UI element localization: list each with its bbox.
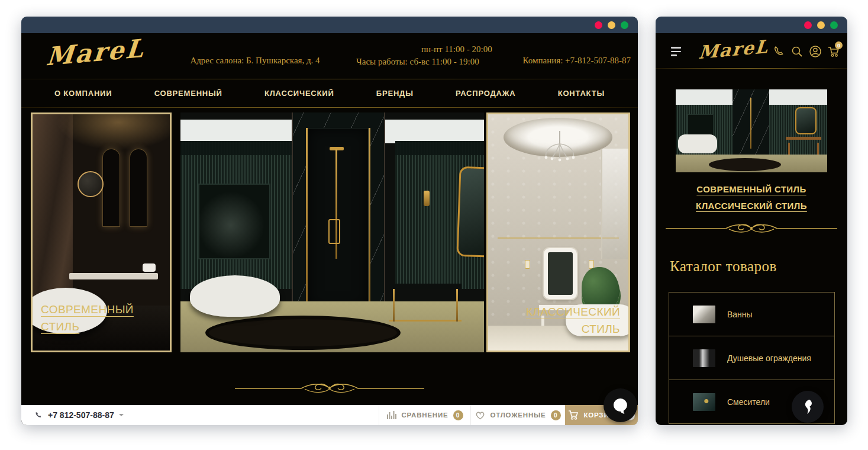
account-icon[interactable] [809,45,822,58]
chandelier-icon [540,131,579,165]
nav-item-about[interactable]: О КОМПАНИИ [54,89,112,98]
catalog-title: Каталог товаров [670,258,777,275]
console-table-shape [389,284,462,322]
company-phone: Компания: +7-812-507-88-87 [523,56,631,66]
bottom-toolbar: +7 812-507-88-87 СРАВНЕНИЕ 0 [21,405,638,425]
vanity-counter-shape [69,273,158,279]
style-links: СОВРЕМЕННЫЙ СТИЛЬ КЛАССИЧЕСКИЙ СТИЛЬ [656,181,847,214]
mobile-browser-window: MareL [656,17,847,425]
nav-item-modern[interactable]: СОВРЕМЕННЫЙ [154,89,222,98]
nav-item-classic[interactable]: КЛАССИЧЕСКИЙ [264,89,334,98]
ornamental-divider [666,221,837,236]
maximize-window-button[interactable] [621,21,628,29]
footer-phone-number[interactable]: +7 812-507-88-87 [48,410,114,420]
gold-sconce-shape [424,191,430,206]
wishlist-count-badge: 0 [551,410,561,420]
hero-banners: СОВРЕМЕННЫЙ СТИЛЬ [21,112,638,352]
lit-niche-shape [130,149,147,227]
wishlist-button[interactable]: ОТЛОЖЕННЫЕ 0 [470,405,565,425]
nav-item-sale[interactable]: РАСПРОДАЖА [456,89,516,98]
nav-item-contacts[interactable]: КОНТАКТЫ [558,89,605,98]
window-controls [804,21,838,29]
table-leg-shape [456,289,458,322]
shower-pipe-shape [750,98,751,149]
classic-style-link[interactable]: КЛАССИЧЕСКИЙ СТИЛЬ [517,304,620,338]
close-window-button[interactable] [595,21,602,29]
chat-widget-button[interactable] [604,388,637,422]
center-showroom-image [180,112,484,352]
modern-style-link[interactable]: СОВРЕМЕННЫЙ СТИЛЬ [41,301,156,335]
flourish-icon [666,221,837,236]
gold-trim-shape [369,128,370,309]
phone-icon[interactable] [772,45,785,58]
category-label: Смесители [727,397,770,407]
nav-divider [21,107,638,108]
ceiling-glow-shape [56,112,172,150]
close-window-button[interactable] [804,21,812,29]
classic-style-link[interactable]: КЛАССИЧЕСКИЙ СТИЛЬ [656,198,847,214]
gold-trim-shape [306,128,308,309]
shower-door-shape [307,128,369,309]
gold-mirror-shape [795,107,817,134]
mobile-site: MareL [656,33,847,425]
catalog-item-shower-enclosures[interactable]: Душевые ограждения [669,336,835,380]
hamburger-menu-icon[interactable] [671,47,681,59]
towel-shape [143,263,156,272]
table-leg-shape [393,289,395,322]
frieze-band-shape [180,141,293,155]
compare-label: СРАВНЕНИЕ [402,412,448,419]
chat-curl-icon [802,399,813,414]
ornamental-divider [235,381,424,396]
modern-style-link[interactable]: СОВРЕМЕННЫЙ СТИЛЬ [656,181,847,198]
catalog-item-baths[interactable]: Ванны [669,292,835,336]
hours-weekdays: пн-пт 11:00 - 20:00 [421,43,492,56]
cart-count-badge: 0 [835,41,843,49]
maximize-window-button[interactable] [830,21,838,29]
ornate-mirror-shape [544,248,577,299]
gold-mirror-shape [456,166,484,258]
wall-sconce-shape [525,260,530,269]
showroom-image [676,89,827,172]
compare-button[interactable]: СРАВНЕНИЕ 0 [379,405,470,425]
site-logo[interactable]: MareL [45,33,146,71]
flourish-icon [235,381,424,396]
chat-bubble-icon [612,397,630,414]
phone-icon [34,411,43,420]
compare-count-badge: 0 [453,410,463,420]
working-hours: пн-пт 11:00 - 20:00 Часы работы: сб-вс 1… [356,43,492,68]
category-label: Ванны [727,310,753,319]
desktop-site: MareL Адрес салона: Б. Пушкарская, д. 4 … [21,33,638,425]
modern-style-banner[interactable]: СОВРЕМЕННЫЙ СТИЛЬ [31,112,172,352]
wall-artwork-shape [198,184,270,259]
header-divider [656,68,847,69]
cart-icon [568,410,579,420]
hours-weekend: Часы работы: сб-вс 11:00 - 19:00 [356,56,492,68]
chat-widget-button[interactable] [792,391,824,423]
shower-valve-shape [328,219,340,244]
shower-glass-shape [601,149,628,259]
screenshot-stage: MareL Адрес салона: Б. Пушкарская, д. 4 … [0,0,868,450]
bathtub-shape [190,275,280,317]
category-thumbnail [693,306,715,323]
mobile-header: MareL [656,33,847,69]
mobile-titlebar[interactable] [656,17,847,33]
desktop-titlebar[interactable] [21,17,638,33]
nav-item-brands[interactable]: БРЕНДЫ [376,89,414,98]
frieze-band-shape [395,141,484,155]
chevron-down-icon [119,414,124,416]
site-logo[interactable]: MareL [698,36,770,63]
classic-style-banner[interactable]: КЛАССИЧЕСКИЙ СТИЛЬ [486,112,630,352]
search-icon[interactable] [790,45,804,58]
salon-address: Адрес салона: Б. Пушкарская, д. 4 [172,56,338,66]
cart-icon[interactable]: 0 [827,45,840,58]
lit-niche-shape [102,149,120,227]
compare-bars-icon [387,411,397,419]
footer-phone[interactable]: +7 812-507-88-87 [21,405,379,425]
main-navigation: О КОМПАНИИ СОВРЕМЕННЫЙ КЛАССИЧЕСКИЙ БРЕН… [21,79,638,107]
minimize-window-button[interactable] [608,21,615,29]
desktop-browser-window: MareL Адрес салона: Б. Пушкарская, д. 4 … [21,17,638,425]
header-actions: 0 [772,45,840,58]
wall-artwork-shape [688,114,714,136]
category-thumbnail [693,349,715,367]
minimize-window-button[interactable] [817,21,825,29]
